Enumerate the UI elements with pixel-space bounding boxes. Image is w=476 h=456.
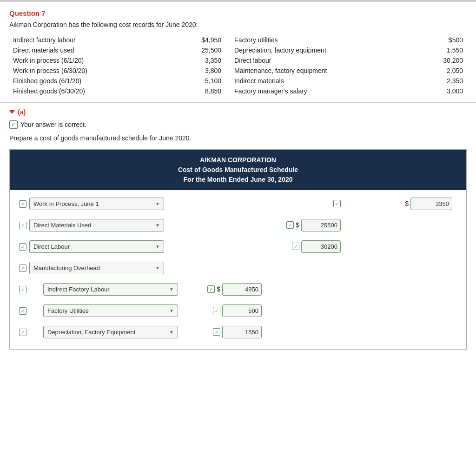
cost-value: 1,550 <box>408 45 467 55</box>
cost-label: Depreciation, factory equipment <box>231 45 408 55</box>
cost-value: 25,500 <box>172 45 231 55</box>
wip-june1-label-area: Work in Process, June 1 ▼ <box>29 198 173 210</box>
wip-june1-dropdown[interactable]: Work in Process, June 1 ▼ <box>29 198 164 210</box>
check-cell: ✓ <box>19 264 29 272</box>
direct-labour-dropdown[interactable]: Direct Labour ▼ <box>29 240 164 253</box>
part-a-section: (a) ✓ Your answer is correct. Prepare a … <box>0 103 476 364</box>
cost-value: 2,050 <box>408 66 467 76</box>
mfg-overhead-dropdown[interactable]: Manufacturing Overhead ▼ <box>29 262 164 274</box>
correct-check-icon: ✓ <box>9 120 18 129</box>
check-icon: ✓ <box>213 307 220 314</box>
prepare-text: Prepare a cost of goods manufactured sch… <box>9 134 467 142</box>
chevron-down-icon: ▼ <box>155 244 160 249</box>
factory-utilities-dropdown[interactable]: Factory Utilities ▼ <box>43 304 178 317</box>
part-label: (a) <box>18 108 26 116</box>
correct-message: Your answer is correct. <box>20 121 86 128</box>
schedule-row-factory-utilities: ✓ Factory Utilities ▼ ✓ <box>19 302 457 319</box>
check-cell: ✓ <box>19 285 29 293</box>
company-name: AIKMAN CORPORATION <box>14 155 462 165</box>
cost-label: Indirect factory labour <box>9 35 172 45</box>
cost-value: 3,800 <box>172 66 231 76</box>
schedule-row-depreciation: ✓ Depreciation, Factory Equipment ▼ ✓ <box>19 323 457 341</box>
indirect-labour-dropdown[interactable]: Indirect Factory Labour ▼ <box>43 283 178 296</box>
check-icon: ✓ <box>19 264 26 272</box>
schedule-period: For the Month Ended June 30, 2020 <box>14 175 462 185</box>
cost-value: 2,350 <box>408 76 467 86</box>
wip-june1-col3: $ <box>341 198 457 210</box>
cost-value: 3,350 <box>172 55 231 66</box>
direct-materials-value[interactable] <box>301 219 341 231</box>
schedule-body: ✓ Work in Process, June 1 ▼ ✓ $ <box>10 190 466 349</box>
table-row: Indirect factory labour $4,950 Factory u… <box>9 35 467 45</box>
indirect-labour-label-area: Indirect Factory Labour ▼ <box>29 283 178 296</box>
check-icon: ✓ <box>19 286 26 293</box>
wip-june1-col2: ✓ <box>257 200 341 207</box>
direct-materials-col2: ✓ $ <box>257 219 341 231</box>
mfg-overhead-text: Manufacturing Overhead <box>33 264 100 271</box>
cost-label: Work in process (6/1/20) <box>9 55 172 66</box>
direct-materials-label-area: Direct Materials Used ▼ <box>29 219 173 231</box>
depreciation-label-area: Depreciation, Factory Equipment ▼ <box>29 326 178 338</box>
check-icon: ✓ <box>19 243 26 251</box>
cost-label: Indirect materials <box>231 76 408 86</box>
chevron-down-icon: ▼ <box>169 308 174 313</box>
wip-june1-value[interactable] <box>410 198 452 210</box>
chevron-down-icon: ▼ <box>155 223 160 228</box>
dollar-sign: $ <box>296 221 299 229</box>
cost-value: 5,100 <box>172 76 231 86</box>
cost-value: $4,950 <box>172 35 231 45</box>
question-intro: Aikman Corporation has the following cos… <box>9 21 467 28</box>
check-icon: ✓ <box>19 307 26 315</box>
table-row: Finished goods (6/1/20) 5,100 Indirect m… <box>9 76 467 86</box>
cost-label: Factory utilities <box>231 35 408 45</box>
check-icon: ✓ <box>19 329 26 336</box>
table-row: Direct materials used 25,500 Depreciatio… <box>9 45 467 55</box>
cost-label: Direct materials used <box>9 45 172 55</box>
factory-utilities-value[interactable] <box>222 304 262 317</box>
table-row: Work in process (6/30/20) 3,800 Maintena… <box>9 66 467 76</box>
dollar-sign: $ <box>217 285 220 293</box>
part-header: (a) <box>9 108 467 116</box>
check-icon: ✓ <box>286 221 294 229</box>
direct-labour-value[interactable] <box>301 240 341 253</box>
check-cell: ✓ <box>19 328 29 336</box>
indirect-labour-value[interactable] <box>222 283 262 296</box>
direct-materials-text: Direct Materials Used <box>33 222 91 229</box>
factory-utilities-col1: ✓ <box>178 304 262 317</box>
table-row: Finished goods (6/30/20) 8,850 Factory m… <box>9 86 467 96</box>
check-icon: ✓ <box>207 285 215 293</box>
correct-banner: ✓ Your answer is correct. <box>9 120 467 129</box>
cost-value: $500 <box>408 35 467 45</box>
cost-value: 8,850 <box>172 86 231 96</box>
cost-label: Finished goods (6/30/20) <box>9 86 172 96</box>
check-cell: ✓ <box>19 199 29 208</box>
depreciation-value[interactable] <box>222 326 262 338</box>
wip-june1-text: Work in Process, June 1 <box>33 200 99 207</box>
cost-label: Direct labour <box>231 55 408 66</box>
dollar-sign: $ <box>405 200 409 207</box>
schedule-title: Cost of Goods Manufactured Schedule <box>14 165 462 175</box>
direct-labour-label-area: Direct Labour ▼ <box>29 240 173 253</box>
question-number: Question 7 <box>9 9 467 17</box>
schedule-row-indirect-labour: ✓ Indirect Factory Labour ▼ ✓ $ <box>19 280 457 298</box>
check-icon: ✓ <box>19 222 26 229</box>
schedule-container: AIKMAN CORPORATION Cost of Goods Manufac… <box>9 149 467 350</box>
direct-materials-dropdown[interactable]: Direct Materials Used ▼ <box>29 219 164 231</box>
collapse-icon[interactable] <box>9 110 15 114</box>
direct-labour-col2: ✓ <box>257 240 341 253</box>
chevron-down-icon: ▼ <box>155 265 160 271</box>
cost-records-table: Indirect factory labour $4,950 Factory u… <box>9 35 467 96</box>
cost-label: Factory manager's salary <box>231 86 408 96</box>
cost-value: 3,000 <box>408 86 467 96</box>
direct-labour-text: Direct Labour <box>33 243 70 250</box>
depreciation-dropdown[interactable]: Depreciation, Factory Equipment ▼ <box>43 326 178 338</box>
schedule-row-wip-june1: ✓ Work in Process, June 1 ▼ ✓ $ <box>19 195 457 212</box>
indirect-labour-col1: ✓ $ <box>178 283 262 296</box>
schedule-header: AIKMAN CORPORATION Cost of Goods Manufac… <box>10 150 466 190</box>
check-icon: ✓ <box>333 200 341 207</box>
cost-label: Work in process (6/30/20) <box>9 66 172 76</box>
depreciation-text: Depreciation, Factory Equipment <box>47 329 135 336</box>
check-cell: ✓ <box>19 306 29 315</box>
question-section: Question 7 Aikman Corporation has the fo… <box>0 2 476 103</box>
depreciation-col1: ✓ <box>178 326 262 338</box>
